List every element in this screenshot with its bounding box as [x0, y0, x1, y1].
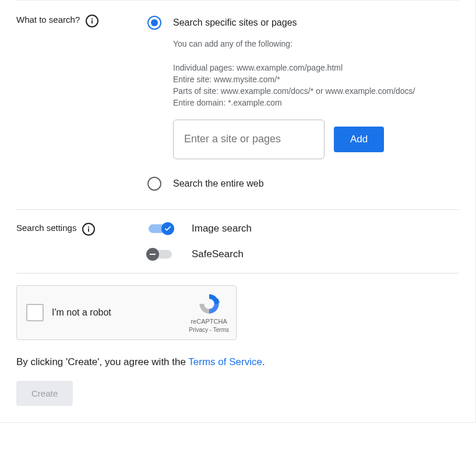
toggle-image-search-label: Image search	[192, 223, 252, 234]
search-settings-label: Search settings	[16, 223, 76, 233]
what-to-search-label: What to search?	[16, 15, 80, 24]
radio-search-entire-web[interactable]	[147, 177, 161, 191]
check-icon	[161, 222, 174, 235]
radio-search-entire-web-label: Search the entire web	[173, 178, 264, 189]
recaptcha-brand: reCAPTCHA	[191, 318, 227, 325]
terms-of-service-link[interactable]: Terms of Service	[188, 356, 262, 367]
svg-point-0	[91, 18, 93, 19]
svg-rect-3	[88, 228, 89, 232]
section-search-settings: Search settings Image search	[16, 209, 459, 273]
svg-rect-1	[91, 20, 93, 24]
recaptcha-terms-link[interactable]: Terms	[213, 327, 229, 333]
create-button[interactable]: Create	[16, 381, 73, 406]
add-button[interactable]: Add	[334, 127, 384, 152]
recaptcha-checkbox[interactable]	[26, 304, 44, 321]
radio-search-specific-label: Search specific sites or pages	[173, 17, 297, 28]
toggle-safesearch-label: SafeSearch	[192, 248, 244, 260]
site-input[interactable]	[173, 120, 325, 159]
info-icon[interactable]	[86, 15, 98, 27]
help-text: You can add any of the following: Indivi…	[173, 38, 459, 109]
recaptcha-links: Privacy - Terms	[189, 327, 229, 333]
agree-text: By clicking 'Create', you agree with the…	[16, 356, 459, 368]
toggle-image-search[interactable]	[147, 223, 173, 234]
radio-search-specific[interactable]	[147, 16, 161, 30]
info-icon[interactable]	[82, 223, 95, 236]
recaptcha-privacy-link[interactable]: Privacy	[189, 327, 208, 333]
svg-point-2	[88, 226, 89, 227]
toggle-safesearch[interactable]	[147, 248, 173, 260]
recaptcha-label: I'm not a robot	[52, 307, 181, 318]
recaptcha-widget: I'm not a robot reCAPTCHA Privacy - Term…	[16, 285, 237, 340]
section-what-to-search: What to search? Search specific sites or…	[16, 0, 459, 209]
minus-icon	[146, 248, 159, 261]
recaptcha-icon	[197, 292, 221, 316]
